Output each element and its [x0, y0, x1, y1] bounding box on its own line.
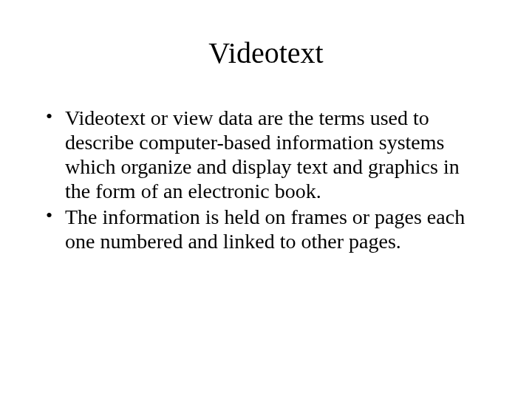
bullet-item: Videotext or view data are the terms use… [44, 106, 488, 203]
bullet-list: Videotext or view data are the terms use… [44, 106, 488, 253]
slide-title: Videotext [44, 35, 488, 70]
slide-body: Videotext or view data are the terms use… [44, 106, 488, 253]
bullet-item: The information is held on frames or pag… [44, 205, 488, 253]
slide: Videotext Videotext or view data are the… [0, 0, 532, 399]
